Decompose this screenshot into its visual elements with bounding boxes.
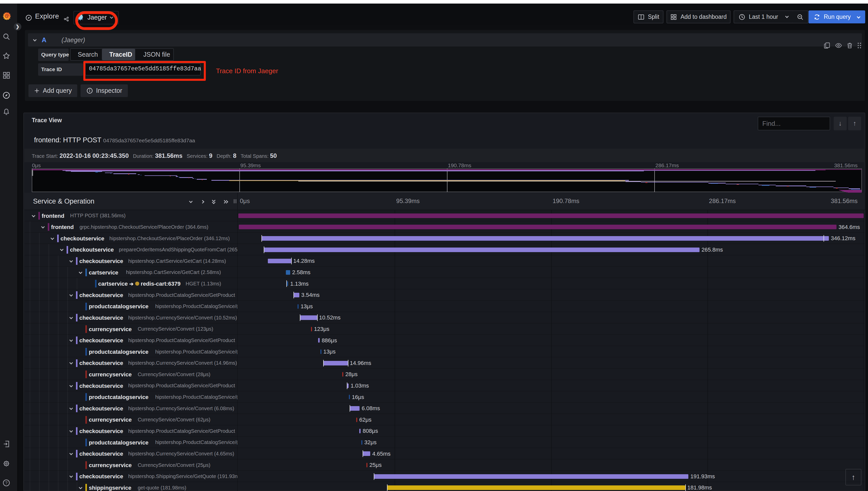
svg-text:?: ? bbox=[5, 481, 8, 485]
